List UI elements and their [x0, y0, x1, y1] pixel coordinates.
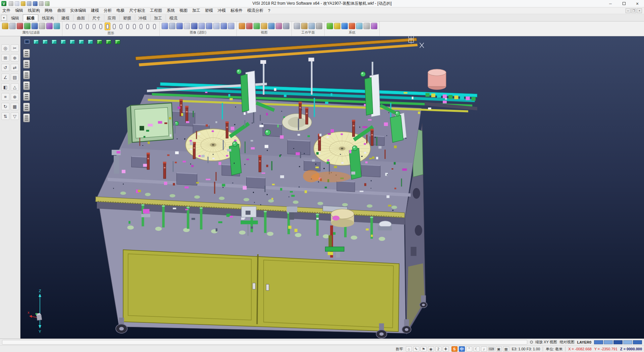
menu-网格[interactable]: 网格 — [42, 7, 55, 14]
menu-系统[interactable]: 系统 — [164, 7, 177, 14]
toolbar-icon[interactable] — [54, 23, 60, 29]
screen-view-icon[interactable] — [23, 38, 31, 45]
toolbar-icon[interactable] — [131, 23, 137, 30]
mic-icon[interactable]: ♪ — [481, 346, 487, 352]
menu-实体编辑[interactable]: 实体编辑 — [68, 7, 89, 14]
quick-access-icon-4[interactable] — [27, 1, 32, 6]
mdi-minimize-button[interactable]: ─ — [626, 8, 631, 13]
maximize-button[interactable] — [617, 0, 631, 7]
quick-access-icon-2[interactable] — [15, 1, 19, 6]
cube-iso-icon[interactable] — [32, 38, 40, 45]
toolbar-icon[interactable] — [316, 23, 322, 29]
toolbar-icon[interactable] — [239, 23, 245, 29]
menu-模流分析[interactable]: 模流分析 — [245, 7, 266, 14]
cube-fit-icon[interactable] — [105, 38, 112, 45]
tab-标准[interactable]: 标准 — [23, 14, 38, 21]
cube-right-icon[interactable] — [59, 38, 67, 45]
quick-access-icon-5[interactable] — [33, 1, 38, 6]
toolbar-icon[interactable] — [301, 23, 308, 29]
quick-access-icon-6[interactable] — [39, 1, 44, 6]
toolbar-icon[interactable] — [228, 23, 234, 29]
moon-icon[interactable]: ☾ — [474, 346, 480, 352]
tab-编辑[interactable]: 编辑 — [7, 14, 23, 21]
toolbar-icon[interactable] — [98, 23, 104, 30]
viewport-tool-6[interactable] — [23, 103, 30, 112]
rotate-ccw-icon[interactable]: ↺ — [1, 64, 9, 71]
badge-2-icon[interactable]: 2 — [435, 346, 441, 352]
viewport-tool-5[interactable] — [23, 92, 30, 101]
triangle-icon[interactable]: △ — [11, 83, 19, 91]
menu-建模[interactable]: 建模 — [89, 7, 101, 14]
toolbar-icon[interactable] — [309, 23, 315, 29]
toolbar-icon[interactable] — [213, 23, 220, 29]
toolbar-icon[interactable] — [125, 23, 130, 30]
menu-曲面[interactable]: 曲面 — [55, 7, 68, 14]
viewport-tool-3[interactable] — [23, 71, 30, 79]
toolbar-icon[interactable] — [261, 23, 267, 29]
toolbar-icon[interactable] — [364, 23, 370, 29]
cube-left-icon[interactable] — [68, 38, 76, 45]
tab-塑膜[interactable]: 塑膜 — [119, 14, 135, 21]
menu-分析[interactable]: 分析 — [101, 7, 114, 14]
tab-加工[interactable]: 加工 — [150, 14, 166, 21]
cube-back-icon[interactable] — [77, 38, 85, 45]
toolbar-icon[interactable] — [199, 23, 205, 29]
absolute-view-toggle[interactable]: 绝对视图 — [560, 340, 575, 345]
toolbar-icon[interactable] — [283, 23, 289, 29]
scissors-icon[interactable]: ✂ — [11, 44, 19, 52]
toolbar-icon[interactable] — [46, 23, 53, 29]
toolbar-icon[interactable] — [327, 23, 333, 29]
quick-access-icon-7[interactable] — [45, 1, 50, 6]
viewport-tool-2[interactable] — [23, 60, 30, 69]
toolbar-icon[interactable] — [91, 23, 97, 30]
cube-iso-back-icon[interactable] — [96, 38, 103, 45]
toolbar-icon[interactable] — [17, 23, 23, 29]
plus-icon[interactable]: ✚ — [443, 346, 449, 352]
minimize-button[interactable]: ─ — [604, 0, 617, 7]
toolbar-icon[interactable] — [191, 23, 198, 29]
home-icon[interactable]: ⌂ — [406, 346, 412, 352]
toolbar-icon[interactable] — [138, 23, 144, 30]
snap-toggle[interactable]: 拴牢 — [396, 347, 403, 352]
model-viewport[interactable]: Z Y x — [20, 36, 644, 339]
toolbar-icon[interactable] — [152, 23, 157, 30]
punct-icon[interactable]: ” — [466, 346, 472, 352]
toolbar-icon[interactable] — [341, 23, 348, 29]
grid-icon[interactable]: ▦ — [503, 346, 509, 352]
grid-plus-icon[interactable]: ⊞ — [1, 54, 9, 61]
current-layer[interactable]: LAYER0 — [577, 340, 591, 344]
record-icon[interactable]: ◉ — [428, 346, 434, 352]
sort-icon[interactable]: ⇅ — [1, 113, 9, 120]
add-circle-icon[interactable]: ⊕ — [11, 54, 19, 61]
menu-塑模[interactable]: 塑模 — [203, 7, 215, 14]
toolbar-icon[interactable] — [206, 23, 212, 29]
toolbar-icon[interactable] — [176, 23, 183, 29]
edit-icon[interactable]: ✎ — [413, 346, 419, 352]
sogou-icon[interactable]: S — [451, 346, 458, 352]
flag-icon[interactable]: ⚑ — [421, 346, 427, 352]
toolbox-icon[interactable]: ▣ — [496, 346, 502, 352]
tab-线架构[interactable]: 线架构 — [38, 14, 58, 21]
menu-工程图[interactable]: 工程图 — [148, 7, 164, 14]
toolbar-icon[interactable] — [105, 23, 110, 30]
menu-冲模[interactable]: 冲模 — [215, 7, 228, 14]
toolbar-icon[interactable] — [184, 23, 190, 29]
toolbar-icon[interactable] — [2, 23, 8, 29]
toolbar-icon[interactable] — [268, 23, 275, 29]
cube-bottom-icon[interactable] — [87, 38, 94, 45]
close-button[interactable]: × — [631, 0, 644, 7]
mdi-close-button[interactable]: × — [637, 8, 642, 13]
menu-电极[interactable]: 电极 — [114, 7, 127, 14]
menu-标准件[interactable]: 标准件 — [228, 7, 245, 14]
toolbar-icon[interactable] — [246, 23, 253, 29]
toolbar-icon[interactable] — [349, 23, 355, 29]
toolbar-icon[interactable] — [32, 23, 38, 29]
menu-线架构[interactable]: 线架构 — [25, 7, 42, 14]
tab-应用[interactable]: 应用 — [104, 14, 119, 21]
half-square-icon[interactable]: ◧ — [1, 83, 9, 91]
menu-尺寸标注[interactable]: 尺寸标注 — [127, 7, 148, 14]
toolbar-icon[interactable] — [24, 23, 31, 29]
toolbar-icon[interactable] — [254, 23, 260, 29]
toolbar-icon[interactable] — [64, 23, 70, 30]
triangle-down-icon[interactable]: ▽ — [11, 113, 19, 120]
